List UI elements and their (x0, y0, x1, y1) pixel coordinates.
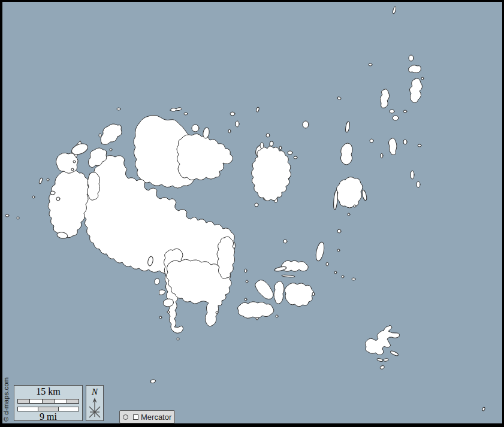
islet (56, 197, 60, 201)
islet (245, 269, 247, 272)
islet (334, 271, 337, 274)
scale-segment (58, 407, 79, 411)
islet (403, 110, 407, 113)
square-icon (133, 414, 138, 420)
scale-segment (29, 399, 41, 403)
islet (32, 196, 35, 198)
projection-panel: Mercator (119, 410, 175, 423)
islet-fish (163, 299, 173, 307)
islet (50, 191, 55, 195)
islet (184, 113, 188, 115)
scale-segment (18, 399, 29, 403)
archipelago-map (0, 0, 504, 427)
scale-mi-bar (17, 407, 79, 411)
islet (192, 125, 199, 132)
islet (418, 144, 421, 147)
islet (228, 129, 231, 133)
compass-panel: N (86, 385, 104, 421)
scale-km-label: 15 km (14, 386, 82, 397)
islet (117, 108, 120, 110)
islet (409, 55, 414, 61)
scale-segment (18, 407, 38, 411)
islet (269, 141, 273, 147)
islet (230, 112, 235, 116)
scale-segment (67, 399, 79, 403)
islet (411, 171, 414, 179)
islet (266, 134, 270, 137)
islet (5, 214, 9, 217)
scale-km-bar (17, 399, 79, 404)
islet (409, 65, 421, 73)
islet (337, 249, 340, 252)
islet (288, 151, 292, 155)
islet (47, 178, 49, 181)
copyright-text: © d-maps.com (2, 377, 10, 422)
islet (276, 315, 278, 317)
islet (99, 134, 101, 137)
islet (216, 311, 218, 314)
scale-segment (54, 399, 66, 403)
scale-bar-panel: 15 km 9 mi (14, 385, 83, 421)
map-canvas: 15 km 9 mi N Mercator © d-maps.com (0, 0, 504, 427)
island-sottunga (336, 177, 363, 208)
islet (370, 139, 373, 143)
north-arrow-star-icon (87, 396, 102, 419)
islet (369, 63, 372, 66)
islet (159, 316, 162, 319)
islet (245, 298, 247, 301)
islet (354, 205, 356, 207)
islet (380, 365, 384, 369)
islet (381, 153, 383, 158)
islet (340, 143, 352, 165)
scale-segment (42, 399, 54, 403)
islet (110, 149, 112, 151)
north-label: N (86, 386, 103, 396)
scale-segment (38, 407, 58, 411)
islet (303, 121, 309, 128)
islet (167, 311, 170, 313)
islet (87, 172, 100, 200)
scale-mi-label: 9 mi (14, 411, 82, 422)
islet (312, 292, 315, 296)
islet (283, 240, 287, 243)
islet (393, 116, 399, 120)
islet (236, 121, 239, 127)
islet (352, 278, 355, 280)
islet (294, 156, 297, 159)
islet (17, 217, 19, 219)
islet (177, 338, 179, 340)
islet (279, 146, 282, 150)
islet (403, 140, 407, 144)
islet (348, 213, 350, 216)
islet (260, 143, 264, 149)
islet (73, 160, 76, 163)
islet (281, 261, 308, 271)
islet (255, 203, 258, 207)
projection-label: Mercator (141, 413, 171, 422)
islet (417, 181, 420, 187)
islet (326, 262, 328, 266)
islet (342, 275, 344, 278)
islet (337, 229, 341, 233)
islet (246, 280, 248, 283)
islet (237, 302, 274, 319)
islet (256, 317, 258, 320)
islet (421, 77, 424, 80)
islet (274, 281, 284, 304)
circle-icon (123, 414, 128, 420)
islet (71, 168, 74, 171)
islet (390, 110, 394, 113)
